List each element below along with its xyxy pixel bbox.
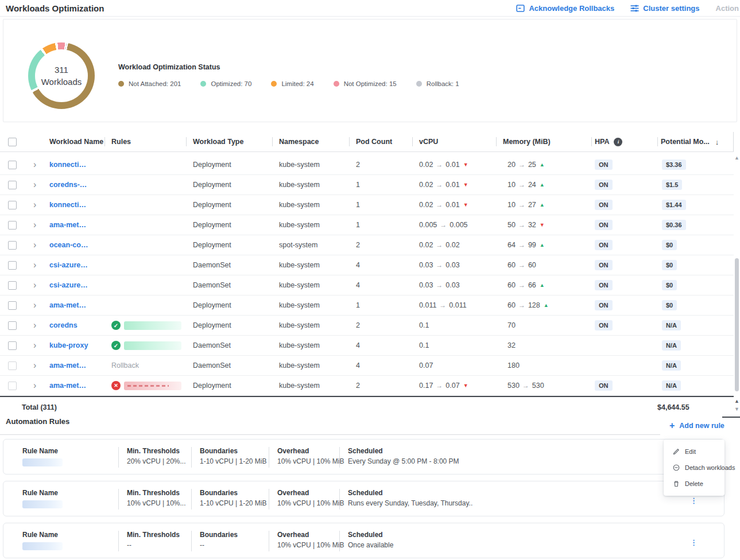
thresholds-col-value: 10% vCPU | 10%... bbox=[127, 499, 191, 507]
workload-name-link[interactable]: ama-met… bbox=[49, 382, 86, 390]
hpa-on-badge: ON bbox=[595, 240, 613, 250]
potential-savings-cell: N/A bbox=[657, 380, 734, 391]
memory-cell: 10→24▲ bbox=[496, 181, 591, 189]
arrow-right-icon: → bbox=[518, 281, 525, 289]
col-potential-savings[interactable]: Potential Mo...↓ bbox=[657, 132, 734, 151]
workload-name-link[interactable]: csi-azure… bbox=[49, 281, 88, 289]
rule-kebab-menu-icon[interactable]: ⋮ bbox=[690, 500, 698, 502]
cluster-settings-button[interactable]: Cluster settings bbox=[630, 4, 699, 13]
workload-name-link[interactable]: coredns-… bbox=[49, 181, 87, 189]
table-row: ›ama-met…Deploymentkube-system10.011→0.0… bbox=[0, 295, 734, 316]
donut-center-label: 311 Workloads bbox=[28, 42, 95, 109]
rule-name-col: Rule Name bbox=[3, 531, 118, 551]
row-checkbox[interactable] bbox=[8, 321, 17, 330]
metric-value: 32 bbox=[507, 341, 516, 349]
pod-count-cell: 1 bbox=[349, 181, 412, 189]
metric-from: 0.011 bbox=[419, 301, 436, 309]
actions-button[interactable]: Action bbox=[716, 4, 739, 13]
overhead-col-label: Overhead bbox=[277, 489, 339, 497]
total-value: $4,644.55 bbox=[657, 403, 689, 411]
page-title: Workloads Optimization bbox=[6, 3, 104, 13]
workload-type-cell: Deployment bbox=[186, 321, 272, 329]
optimization-status-card: 311 Workloads Workload Optimization Stat… bbox=[3, 19, 737, 122]
hpa-info-icon[interactable]: i bbox=[614, 138, 622, 146]
metric-from: 60 bbox=[507, 301, 516, 309]
boundaries-col: Boundaries1-10 vCPU | 1-20 MiB bbox=[191, 447, 269, 468]
potential-savings-cell: $1.5 bbox=[657, 180, 734, 190]
vcpu-cell: 0.02→0.01▼ bbox=[412, 201, 496, 209]
scroll-up-icon[interactable]: ▲ bbox=[734, 155, 739, 161]
rule-name-redacted bbox=[124, 321, 181, 330]
expand-chevron-icon[interactable]: › bbox=[25, 260, 42, 270]
mini-scroll-up-icon[interactable]: ▲ bbox=[734, 398, 739, 404]
potential-savings-cell: N/A bbox=[657, 320, 734, 330]
expand-chevron-icon[interactable]: › bbox=[25, 361, 42, 370]
hpa-on-badge: ON bbox=[595, 300, 613, 310]
workload-name-link[interactable]: ocean-co… bbox=[49, 241, 88, 249]
thresholds-col: Min. Thresholds-- bbox=[118, 531, 191, 551]
add-new-rule-button[interactable]: + Add new rule bbox=[669, 421, 724, 431]
row-checkbox[interactable] bbox=[8, 301, 17, 310]
arrow-right-icon: → bbox=[439, 301, 446, 309]
row-checkbox[interactable] bbox=[8, 201, 17, 209]
table-row: ›kube-proxy✓DaemonSetkube-system40.132N/… bbox=[0, 336, 734, 356]
row-checkbox-cell bbox=[0, 301, 25, 310]
rules-cell: Rollback bbox=[104, 361, 186, 370]
vcpu-cell: 0.005→0.005 bbox=[412, 221, 496, 229]
select-all-checkbox[interactable] bbox=[8, 138, 17, 146]
trend-down-icon: ▼ bbox=[463, 182, 468, 188]
potential-value-badge: N/A bbox=[662, 360, 681, 371]
scheduled-col-value: Once available bbox=[348, 541, 724, 549]
mini-scroll-down-icon[interactable]: ▼ bbox=[734, 406, 739, 412]
row-checkbox[interactable] bbox=[8, 221, 17, 230]
row-checkbox[interactable] bbox=[8, 241, 17, 250]
hpa-cell: ON bbox=[591, 220, 657, 230]
arrow-right-icon: → bbox=[440, 221, 447, 229]
workload-name-link[interactable]: konnecti… bbox=[49, 161, 86, 169]
row-checkbox-cell bbox=[0, 201, 25, 209]
menu-item-edit[interactable]: Edit bbox=[664, 444, 724, 460]
rule-kebab-menu-icon[interactable]: ⋮ bbox=[690, 542, 698, 544]
expand-chevron-icon[interactable]: › bbox=[25, 281, 42, 290]
scrollbar-thumb[interactable] bbox=[735, 258, 739, 391]
workload-type-cell: Deployment bbox=[186, 241, 272, 249]
expand-chevron-icon[interactable]: › bbox=[25, 200, 42, 209]
namespace-cell: kube-system bbox=[272, 341, 349, 349]
workload-name-cell: csi-azure… bbox=[42, 281, 104, 289]
workload-name-link[interactable]: csi-azure… bbox=[49, 261, 88, 269]
table-row: ›konnecti…Deploymentkube-system10.02→0.0… bbox=[0, 195, 734, 215]
expand-chevron-icon[interactable]: › bbox=[25, 301, 42, 310]
workload-name-link[interactable]: coredns bbox=[49, 321, 78, 329]
memory-cell: 10→27▲ bbox=[496, 201, 591, 209]
row-checkbox[interactable] bbox=[8, 382, 17, 390]
hpa-on-badge: ON bbox=[595, 180, 613, 190]
menu-item-delete[interactable]: Delete bbox=[664, 476, 724, 492]
workload-name-link[interactable]: ama-met… bbox=[49, 301, 86, 309]
expand-chevron-icon[interactable]: › bbox=[25, 180, 42, 189]
expand-chevron-icon[interactable]: › bbox=[25, 321, 42, 330]
metric-from: 0.03 bbox=[419, 261, 433, 269]
expand-chevron-icon[interactable]: › bbox=[25, 341, 42, 350]
expand-chevron-icon[interactable]: › bbox=[25, 220, 42, 230]
metric-to: 0.011 bbox=[449, 301, 466, 309]
row-checkbox[interactable] bbox=[8, 261, 17, 270]
workload-name-link[interactable]: ama-met… bbox=[49, 221, 86, 229]
expand-chevron-icon[interactable]: › bbox=[25, 240, 42, 250]
row-checkbox[interactable] bbox=[8, 161, 17, 169]
row-checkbox[interactable] bbox=[8, 341, 17, 350]
legend-label: Limited: 24 bbox=[281, 80, 313, 87]
workload-name-link[interactable]: ama-met… bbox=[49, 361, 86, 370]
vcpu-cell: 0.011→0.011 bbox=[412, 301, 496, 309]
workload-name-link[interactable]: konnecti… bbox=[49, 201, 86, 209]
row-checkbox[interactable] bbox=[8, 181, 17, 189]
menu-item-detach-workloads[interactable]: Detach workloads bbox=[664, 460, 724, 476]
workload-name-link[interactable]: kube-proxy bbox=[49, 341, 88, 349]
arrow-right-icon: → bbox=[518, 261, 525, 269]
expand-chevron-icon[interactable]: › bbox=[25, 160, 42, 169]
acknowledge-rollbacks-button[interactable]: Acknowledge Rollbacks bbox=[516, 4, 614, 13]
row-checkbox[interactable] bbox=[8, 361, 17, 370]
namespace-cell: kube-system bbox=[272, 382, 349, 390]
row-checkbox[interactable] bbox=[8, 281, 17, 290]
expand-chevron-icon[interactable]: › bbox=[25, 381, 42, 390]
rule-name-col: Rule Name bbox=[3, 489, 118, 510]
